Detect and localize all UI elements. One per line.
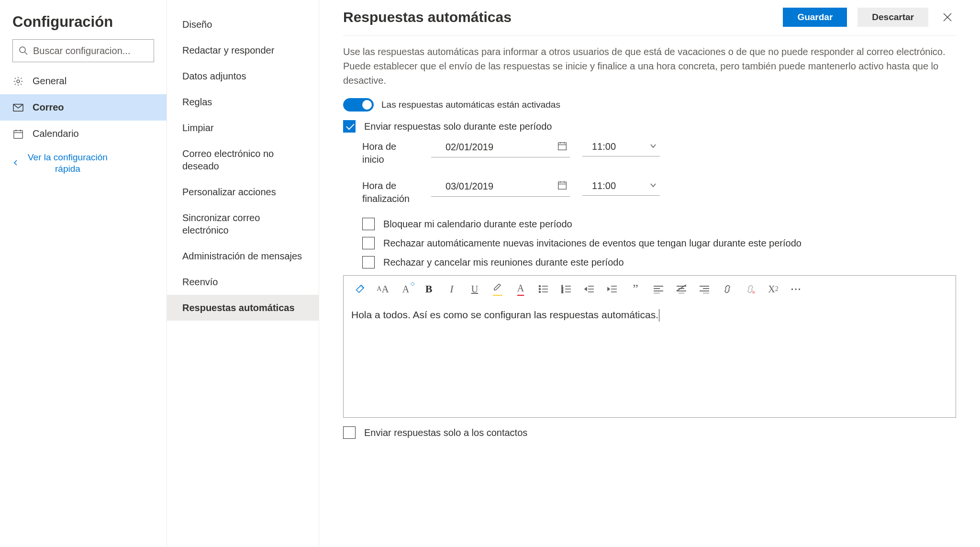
settings-nav-panel: Configuración Buscar configuracion... Ge… <box>0 0 167 547</box>
nav-label: Correo <box>33 102 64 113</box>
decline-invites-checkbox[interactable] <box>362 237 375 249</box>
calendar-icon <box>12 129 24 139</box>
period-fields: Hora de inicio 02/01/2019 11:00 Hora de … <box>362 139 956 205</box>
svg-text:3: 3 <box>561 290 563 293</box>
bullet-list-icon[interactable] <box>537 282 550 296</box>
discard-button[interactable]: Descartar <box>858 8 928 27</box>
svg-point-23 <box>539 289 541 290</box>
subnav-compose[interactable]: Redactar y responder <box>167 37 319 63</box>
svg-point-21 <box>539 286 541 287</box>
number-list-icon[interactable]: 123 <box>560 282 573 296</box>
superscript-icon[interactable]: X2 <box>767 282 780 296</box>
toggle-label: Las respuestas automáticas están activad… <box>381 100 560 110</box>
settings-title: Configuración <box>0 4 167 39</box>
svg-line-1 <box>25 52 27 55</box>
nav-label: General <box>33 76 67 87</box>
subnav-message-handling[interactable]: Administración de mensajes <box>167 243 319 269</box>
nav-label: Calendario <box>33 128 79 139</box>
align-left-icon[interactable] <box>652 282 665 296</box>
font-family-icon[interactable]: AA <box>376 282 390 296</box>
nav-calendar[interactable]: Calendario <box>0 121 167 147</box>
svg-rect-4 <box>14 130 22 138</box>
content-header: Respuestas automáticas Guardar Descartar <box>343 8 956 36</box>
subnav-layout[interactable]: Diseño <box>167 11 319 37</box>
subnav-rules[interactable]: Reglas <box>167 89 319 115</box>
format-painter-icon[interactable] <box>353 282 367 296</box>
link-icon[interactable] <box>721 282 734 296</box>
search-icon <box>19 46 28 56</box>
close-button[interactable] <box>939 11 956 24</box>
align-center-icon[interactable] <box>675 282 688 296</box>
italic-icon[interactable]: I <box>445 282 458 296</box>
calendar-picker-icon <box>557 141 567 153</box>
cancel-meetings-checkbox[interactable] <box>362 256 375 268</box>
highlight-icon[interactable] <box>491 282 504 296</box>
font-color-icon[interactable]: A <box>514 282 527 296</box>
save-button[interactable]: Guardar <box>783 8 847 27</box>
subnav-sweep[interactable]: Limpiar <box>167 115 319 141</box>
subnav-custom-actions[interactable]: Personalizar acciones <box>167 179 319 205</box>
content-panel: Respuestas automáticas Guardar Descartar… <box>319 0 980 547</box>
contacts-only-label: Enviar respuestas solo a los contactos <box>364 427 527 438</box>
svg-point-0 <box>20 47 25 53</box>
block-calendar-label: Bloquear mi calendario durante este perí… <box>383 219 572 230</box>
chevron-left-icon <box>12 158 19 168</box>
chevron-down-icon <box>649 141 657 152</box>
auto-replies-toggle[interactable] <box>343 98 374 112</box>
editor-toolbar: AA A◇ B I U A 123 ” <box>344 276 956 302</box>
underline-icon[interactable]: U <box>468 282 481 296</box>
subnav-sync[interactable]: Sincronizar correo electrónico <box>167 205 319 243</box>
svg-point-25 <box>539 291 541 293</box>
nav-mail[interactable]: Correo <box>0 94 167 121</box>
subnav-junk[interactable]: Correo electrónico no deseado <box>167 141 319 179</box>
unlink-icon[interactable] <box>744 282 757 296</box>
editor-textarea[interactable]: Hola a todos. Así es como se configuran … <box>344 302 956 417</box>
period-label: Enviar respuestas solo durante este perí… <box>364 121 552 132</box>
chevron-down-icon <box>649 180 657 191</box>
quote-icon[interactable]: ” <box>629 282 642 296</box>
cancel-meetings-label: Rechazar y cancelar mis reuniones durant… <box>383 257 624 268</box>
nav-general[interactable]: General <box>0 68 167 94</box>
quick-settings-link[interactable]: Ver la configuración rápida <box>0 147 167 179</box>
text-caret <box>659 309 659 322</box>
period-checkbox[interactable] <box>343 120 356 133</box>
font-size-icon[interactable]: A◇ <box>399 282 412 296</box>
svg-rect-17 <box>558 182 567 189</box>
subnav-forwarding[interactable]: Reenvío <box>167 269 319 295</box>
search-input[interactable]: Buscar configuracion... <box>12 39 154 62</box>
quick-settings-label: Ver la configuración rápida <box>28 152 108 175</box>
subnav-attachments[interactable]: Datos adjuntos <box>167 63 319 89</box>
svg-line-45 <box>677 285 686 291</box>
page-description: Use las respuestas automáticas para info… <box>343 45 956 88</box>
svg-point-2 <box>17 80 20 83</box>
end-date-input[interactable]: 03/01/2019 <box>431 179 570 197</box>
bold-icon[interactable]: B <box>422 282 435 296</box>
contacts-only-checkbox[interactable] <box>343 426 356 439</box>
outdent-icon[interactable] <box>583 282 596 296</box>
search-placeholder: Buscar configuracion... <box>33 45 130 56</box>
mail-icon <box>12 103 24 112</box>
more-icon[interactable]: ··· <box>790 282 803 296</box>
subnav-auto-replies[interactable]: Respuestas automáticas <box>167 295 319 321</box>
end-time-input[interactable]: 11:00 <box>582 179 660 196</box>
settings-subnav-panel: Diseño Redactar y responder Datos adjunt… <box>167 0 319 547</box>
calendar-picker-icon <box>557 180 567 192</box>
decline-invites-label: Rechazar automáticamente nuevas invitaci… <box>383 238 802 249</box>
editor-content: Hola a todos. Así es como se configuran … <box>351 309 658 320</box>
indent-icon[interactable] <box>606 282 619 296</box>
align-right-icon[interactable] <box>698 282 711 296</box>
svg-rect-13 <box>558 143 567 150</box>
reply-editor: AA A◇ B I U A 123 ” <box>343 275 956 418</box>
page-title: Respuestas automáticas <box>343 9 512 25</box>
gear-icon <box>12 76 24 87</box>
end-time-label: Hora de finalización <box>362 179 419 205</box>
start-time-input[interactable]: 11:00 <box>582 139 660 156</box>
start-date-input[interactable]: 02/01/2019 <box>431 139 570 157</box>
block-calendar-checkbox[interactable] <box>362 218 375 230</box>
start-time-label: Hora de inicio <box>362 139 419 166</box>
